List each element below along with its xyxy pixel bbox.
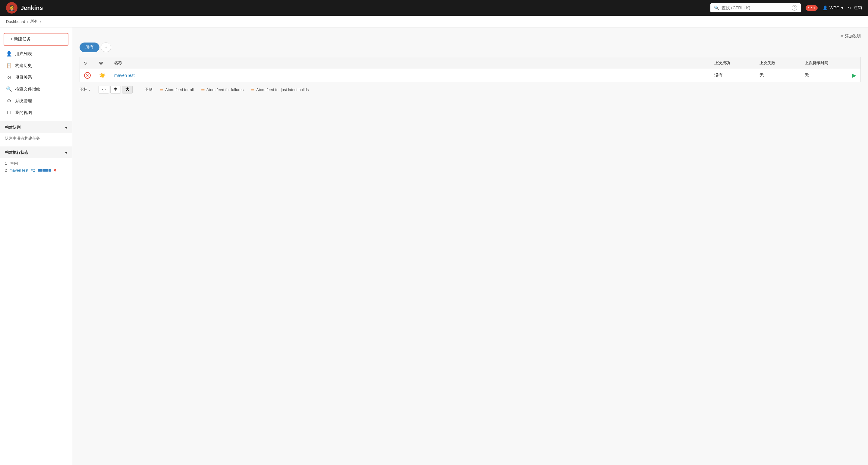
run-job-button[interactable]: ▶ — [852, 72, 856, 79]
executor-1-num: 1 — [5, 161, 7, 166]
executor-2-job-link[interactable]: mavenTest — [9, 168, 28, 173]
footer-bar: 图标： 小 中 大 图例 ☰ Atom feed for all ☰ Atom … — [80, 82, 861, 97]
build-queue-body: 队列中没有构建任务 — [0, 133, 72, 144]
chevron-down-icon: ▾ — [841, 5, 843, 10]
tab-add-button[interactable]: + — [101, 42, 111, 52]
logout-button[interactable]: ↪ 注销 — [848, 5, 862, 10]
status-fail-icon: ✕ — [84, 72, 91, 79]
search-bar[interactable]: 🔍 ? — [710, 3, 801, 12]
search-icon: 🔍 — [714, 5, 719, 10]
help-icon: ? — [792, 5, 797, 10]
new-task-label: + 新建任务 — [10, 36, 31, 42]
sidebar: + 新建任务 👤 用户列表 📋 构建历史 ⊙ 项目关系 🔍 检查文件指纹 ⚙ 系… — [0, 27, 72, 465]
add-desc-label: ✏ 添加说明 — [841, 34, 861, 38]
atom-feed-failures[interactable]: ☰ Atom feed for failures — [201, 87, 244, 92]
breadcrumb-sep-1: › — [27, 19, 28, 24]
breadcrumb: Dashboard › 所有 › — [0, 16, 868, 27]
breadcrumb-sep-2: › — [40, 19, 41, 24]
sidebar-item-my-views[interactable]: ☐ 我的视图 — [0, 107, 72, 118]
sidebar-item-system-manage-label: 系统管理 — [15, 98, 32, 104]
col-header-s: S — [80, 57, 95, 69]
header: 🤵 Jenkins 🔍 ? 🛡 1 👤 WPC ▾ ↪ 注销 — [0, 0, 868, 16]
my-views-icon: ☐ — [6, 110, 12, 116]
sidebar-item-file-fingerprint-label: 检查文件指纹 — [15, 87, 40, 92]
job-status-cell: ✕ — [80, 69, 95, 82]
new-task-button[interactable]: + 新建任务 — [4, 33, 68, 46]
executor-1-label: 空闲 — [10, 161, 18, 166]
username-label: WPC — [830, 5, 839, 10]
executor-progress — [38, 169, 51, 172]
breadcrumb-current: 所有 — [30, 19, 38, 24]
rss-icon-latest: ☰ — [251, 87, 255, 92]
project-relations-icon: ⊙ — [6, 75, 12, 80]
icon-size-medium[interactable]: 中 — [110, 86, 121, 93]
tabs-bar: 所有 + — [80, 42, 861, 52]
job-last-duration-cell: 无 — [801, 69, 846, 82]
build-queue-header[interactable]: 构建队列 ▾ — [0, 122, 72, 133]
col-header-last-duration: 上次持续时间 — [801, 57, 846, 69]
executor-2-num: 2 — [5, 168, 7, 173]
executor-item-2: 2 mavenTest #2 ✖ — [5, 168, 67, 173]
shield-icon: 🛡 — [808, 6, 812, 10]
job-last-fail-cell: 无 — [755, 69, 801, 82]
atom-feed-all-label: Atom feed for all — [165, 87, 194, 92]
executor-item-1: 1 空闲 — [5, 161, 67, 166]
sidebar-item-my-views-label: 我的视图 — [15, 110, 32, 116]
sidebar-item-users-label: 用户列表 — [15, 51, 32, 57]
jobs-table: S W 名称 ↓ 上次成功 上次失败 上次持续时间 ✕ ☀️ — [80, 57, 861, 82]
icon-size-small[interactable]: 小 — [98, 86, 109, 93]
atom-feed-latest[interactable]: ☰ Atom feed for just latest builds — [251, 87, 309, 92]
executor-2-build-link[interactable]: #2 — [31, 168, 35, 173]
col-header-actions — [846, 57, 861, 69]
sidebar-item-build-history[interactable]: 📋 构建历史 — [0, 60, 72, 71]
build-queue-title: 构建队列 — [5, 125, 21, 130]
icon-size-group: 小 中 大 — [98, 86, 133, 93]
system-manage-icon: ⚙ — [6, 98, 12, 104]
main-content: ✏ 添加说明 所有 + S W 名称 ↓ 上次成功 上次失败 上次持续时间 — [72, 27, 868, 465]
user-icon: 👤 — [823, 5, 828, 10]
sidebar-item-users[interactable]: 👤 用户列表 — [0, 48, 72, 60]
sidebar-item-file-fingerprint[interactable]: 🔍 检查文件指纹 — [0, 83, 72, 95]
job-name-link[interactable]: mavenTest — [114, 73, 135, 78]
table-body: ✕ ☀️ mavenTest 没有 无 无 ▶ — [80, 69, 861, 82]
executor-2-cancel[interactable]: ✖ — [53, 168, 56, 173]
atom-feed-all[interactable]: ☰ Atom feed for all — [160, 87, 194, 92]
legend-label[interactable]: 图例 — [145, 87, 153, 92]
atom-feed-failures-label: Atom feed for failures — [207, 87, 244, 92]
sidebar-item-build-history-label: 构建历史 — [15, 63, 32, 68]
col-header-last-success: 上次成功 — [710, 57, 755, 69]
logo: 🤵 Jenkins — [6, 2, 43, 13]
col-header-name[interactable]: 名称 ↓ — [110, 57, 710, 69]
sidebar-item-system-manage[interactable]: ⚙ 系统管理 — [0, 95, 72, 107]
sidebar-item-project-relations-label: 项目关系 — [15, 75, 32, 80]
col-header-last-fail: 上次失败 — [755, 57, 801, 69]
app-title: Jenkins — [21, 4, 43, 11]
build-queue-section: 构建队列 ▾ 队列中没有构建任务 — [0, 121, 72, 144]
main-layout: + 新建任务 👤 用户列表 📋 构建历史 ⊙ 项目关系 🔍 检查文件指纹 ⚙ 系… — [0, 27, 868, 465]
user-menu[interactable]: 👤 WPC ▾ — [823, 5, 843, 10]
atom-feed-latest-label: Atom feed for just latest builds — [256, 87, 309, 92]
build-exec-section: 构建执行状态 ▾ 1 空闲 2 mavenTest #2 — [0, 147, 72, 175]
build-queue-empty: 队列中没有构建任务 — [5, 136, 40, 141]
table-header: S W 名称 ↓ 上次成功 上次失败 上次持续时间 — [80, 57, 861, 69]
header-actions: 🛡 1 👤 WPC ▾ ↪ 注销 — [806, 5, 862, 11]
job-weather-cell: ☀️ — [95, 69, 110, 82]
icon-size-large[interactable]: 大 — [122, 86, 133, 93]
build-history-icon: 📋 — [6, 63, 12, 68]
tab-all[interactable]: 所有 — [80, 42, 99, 52]
logo-icon: 🤵 — [6, 2, 18, 13]
build-exec-chevron: ▾ — [65, 150, 67, 155]
table-row: ✕ ☀️ mavenTest 没有 无 无 ▶ — [80, 69, 861, 82]
rss-icon-all: ☰ — [160, 87, 164, 92]
breadcrumb-dashboard[interactable]: Dashboard — [6, 19, 25, 24]
search-input[interactable] — [721, 5, 782, 10]
build-queue-chevron: ▾ — [65, 125, 67, 130]
build-exec-header[interactable]: 构建执行状态 ▾ — [0, 147, 72, 158]
security-badge[interactable]: 🛡 1 — [806, 5, 818, 11]
build-exec-title: 构建执行状态 — [5, 150, 28, 155]
weather-icon: ☀️ — [99, 72, 106, 79]
sidebar-item-project-relations[interactable]: ⊙ 项目关系 — [0, 71, 72, 83]
build-exec-body: 1 空闲 2 mavenTest #2 ✖ — [0, 158, 72, 175]
job-last-success-cell: 没有 — [710, 69, 755, 82]
add-description-button[interactable]: ✏ 添加说明 — [80, 33, 861, 39]
